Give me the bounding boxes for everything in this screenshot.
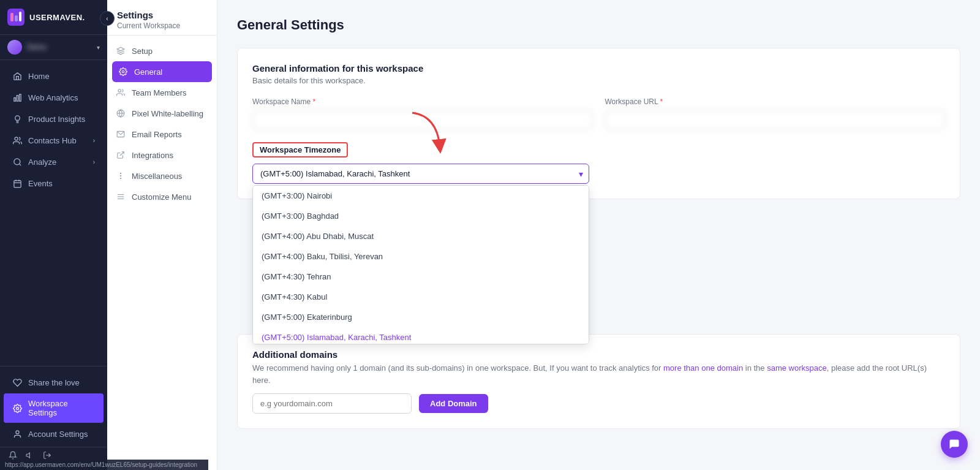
logo-area: USERMAVEN. (0, 0, 107, 34)
settings-nav-pixel-label: Pixel White-labelling (132, 109, 203, 118)
workspace-name-url-row: Workspace Name * Workspace URL * (252, 97, 945, 130)
tz-dropdown-islamabad[interactable]: (GMT+5:00) Islamabad, Karachi, Tashkent (253, 327, 589, 344)
main-content: General Settings General information for… (217, 0, 980, 470)
workspace-settings-icon (12, 403, 22, 413)
settings-nav-customize-label: Customize Menu (132, 192, 192, 202)
tz-dropdown-kabul[interactable]: (GMT+4:30) Kabul (253, 287, 589, 307)
svg-point-26 (120, 178, 121, 179)
workspace-url-group: Workspace URL * (605, 97, 946, 130)
sidebar-item-product-insights-label: Product Insights (28, 115, 85, 124)
setup-icon (116, 46, 126, 56)
sidebar-item-web-analytics[interactable]: Web Analytics (4, 87, 104, 108)
sidebar-item-workspace-settings[interactable]: Workspace Settings (4, 393, 104, 423)
page-title: General Settings (237, 17, 960, 33)
domain-input[interactable] (252, 393, 412, 414)
svg-point-7 (15, 137, 18, 140)
sidebar-item-web-analytics-label: Web Analytics (28, 93, 78, 102)
logo-text: USERMAVEN. (29, 13, 85, 22)
team-icon (116, 88, 126, 97)
workspace-url-label: Workspace URL * (605, 97, 946, 106)
tz-dropdown-baghdad[interactable]: (GMT+3:00) Baghdad (253, 206, 589, 226)
home-icon (12, 71, 22, 81)
additional-domains-card: Additional domains We recommend having o… (237, 334, 960, 429)
sidebar-item-contacts-hub[interactable]: Contacts Hub › (4, 130, 104, 151)
settings-nav-general[interactable]: General (112, 61, 212, 82)
workspace-avatar (7, 40, 22, 55)
main-nav: Home Web Analytics Product Insights Cont… (0, 60, 107, 366)
menu-icon (116, 192, 126, 202)
user-icon (12, 429, 22, 439)
misc-icon (116, 171, 126, 181)
globe-icon (116, 108, 126, 118)
timezone-label: Workspace Timezone (252, 142, 348, 157)
logo-icon (7, 9, 24, 26)
settings-nav-integrations-label: Integrations (132, 151, 173, 160)
settings-nav-email-label: Email Reports (132, 130, 182, 139)
chevron-right-icon: › (93, 137, 95, 144)
sidebar-item-workspace-settings-label: Workspace Settings (28, 399, 95, 417)
sidebar-item-home-label: Home (28, 72, 50, 81)
svg-rect-6 (19, 94, 21, 100)
timezone-dropdown: (GMT+3:00) Nairobi (GMT+3:00) Baghdad (G… (252, 185, 589, 344)
tz-dropdown-tehran[interactable]: (GMT+4:30) Tehran (253, 267, 589, 287)
sidebar-item-events[interactable]: Events (4, 173, 104, 194)
svg-point-24 (120, 175, 121, 176)
additional-domains-title: Additional domains (252, 349, 945, 360)
timezone-select[interactable]: (GMT+3:00) Nairobi (GMT+3:00) Baghdad (G… (252, 164, 589, 184)
settings-title: Settings (117, 10, 207, 20)
workspace-name: Demo (27, 43, 92, 51)
add-domain-button[interactable]: Add Domain (419, 394, 488, 413)
settings-nav-setup-label: Setup (132, 47, 153, 56)
additional-domains-description: We recommend having only 1 domain (and i… (252, 362, 945, 386)
tz-dropdown-baku[interactable]: (GMT+4:00) Baku, Tbilisi, Yerevan (253, 246, 589, 267)
sidebar-item-share[interactable]: Share the love (4, 372, 104, 393)
chat-bubble-button[interactable] (941, 431, 968, 458)
settings-sidebar-header: Settings Current Workspace (107, 0, 217, 36)
general-info-title: General information for this workspace (252, 63, 945, 74)
settings-nav: Setup General Team Members Pixel White-l… (107, 36, 217, 470)
svg-point-15 (16, 430, 19, 433)
sidebar-item-home[interactable]: Home (4, 66, 104, 86)
sidebar-item-account-settings-label: Account Settings (28, 430, 88, 439)
svg-line-23 (120, 152, 124, 156)
settings-nav-team[interactable]: Team Members (107, 82, 217, 103)
timezone-section: Workspace Timezone (GMT+3:00) Nairobi (252, 142, 945, 184)
status-url-bar: https://app.usermaven.com/env/UM1wuzEL65… (0, 460, 208, 470)
settings-nav-misc[interactable]: Miscellaneous (107, 165, 217, 186)
general-info-card: General information for this workspace B… (237, 48, 960, 199)
svg-point-8 (13, 158, 20, 164)
collapse-sidebar-button[interactable]: ‹ (100, 11, 115, 26)
svg-rect-3 (19, 12, 21, 21)
svg-point-18 (122, 70, 124, 73)
general-info-subtitle: Basic details for this workspace. (252, 76, 945, 85)
chevron-right-icon-2: › (93, 159, 95, 165)
workspace-name-label: Workspace Name * (252, 97, 593, 106)
sidebar-item-contacts-hub-label: Contacts Hub (28, 136, 77, 145)
settings-nav-email-reports[interactable]: Email Reports (107, 124, 217, 145)
settings-sidebar: Settings Current Workspace Setup General… (107, 0, 217, 470)
sidebar-item-product-insights[interactable]: Product Insights (4, 108, 104, 129)
lightbulb-icon (12, 114, 22, 124)
settings-subtitle: Current Workspace (117, 21, 207, 30)
tz-dropdown-ekaterinburg[interactable]: (GMT+5:00) Ekaterinburg (253, 307, 589, 327)
svg-point-19 (118, 89, 121, 93)
events-icon (12, 178, 22, 188)
tz-dropdown-nairobi[interactable]: (GMT+3:00) Nairobi (253, 186, 589, 206)
settings-nav-pixel[interactable]: Pixel White-labelling (107, 103, 217, 124)
sidebar-item-analyze[interactable]: Analyze › (4, 151, 104, 172)
workspace-switcher[interactable]: Demo ▾ (0, 34, 107, 60)
chevron-down-icon: ▾ (97, 44, 100, 51)
svg-rect-4 (13, 97, 15, 101)
sidebar-item-analyze-label: Analyze (28, 157, 56, 167)
svg-rect-1 (10, 13, 13, 21)
settings-nav-integrations[interactable]: Integrations (107, 145, 217, 165)
svg-line-9 (19, 164, 21, 165)
red-arrow-icon (400, 107, 449, 156)
sidebar-item-account-settings[interactable]: Account Settings (4, 423, 104, 444)
svg-rect-2 (15, 15, 18, 21)
tz-dropdown-abudhabi[interactable]: (GMT+4:00) Abu Dhabi, Muscat (253, 226, 589, 246)
left-sidebar: USERMAVEN. Demo ▾ Home Web Analytics Pro… (0, 0, 107, 470)
workspace-url-input[interactable] (605, 110, 946, 130)
settings-nav-setup[interactable]: Setup (107, 40, 217, 61)
settings-nav-customize[interactable]: Customize Menu (107, 186, 217, 207)
